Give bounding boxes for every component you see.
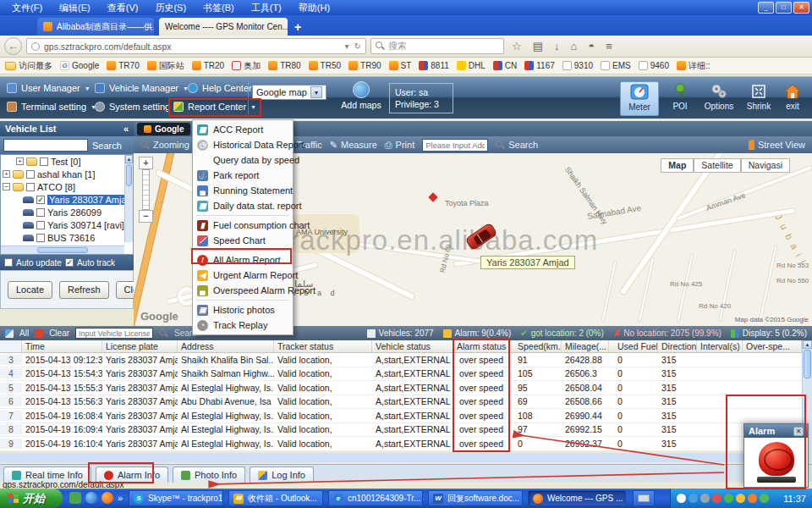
street-view-button[interactable]: Street View (749, 140, 805, 150)
system-setting-menu[interactable]: System setting▼ (95, 102, 180, 112)
table-row[interactable]: 92015-04-19 16:10:42Yaris 283037 AmjadAl… (0, 437, 802, 451)
bookmark-tr70[interactable]: TR70 (107, 61, 139, 70)
col-license-plate[interactable]: License plate (102, 340, 178, 352)
menu-help[interactable]: 帮助(H) (290, 2, 338, 14)
col-speed[interactable]: Speed(km... (509, 340, 562, 352)
table-row[interactable]: 32015-04-13 09:12:39Yaris 283037 AmjadSh… (0, 353, 802, 367)
task-firefox-gps[interactable]: Welcome --- GPS ... (528, 490, 626, 506)
help-center-menu[interactable]: Help Center▼ (188, 83, 262, 93)
locate-button[interactable]: Locate (8, 281, 52, 299)
col-vehicle-status[interactable]: Vehicle status (372, 340, 453, 352)
tray-icon[interactable] (712, 494, 721, 503)
task-word-doc[interactable]: W回复software.doc... (428, 490, 523, 506)
maximize-button[interactable]: □ (776, 2, 792, 14)
menu-item-speed-chart[interactable]: ⟋Speed Chart (193, 233, 293, 248)
exit-button[interactable]: exit (773, 81, 812, 116)
tray-icon[interactable] (689, 494, 698, 503)
checkbox[interactable] (36, 208, 45, 217)
checkbox[interactable] (36, 234, 45, 242)
menu-view[interactable]: 查看(V) (99, 2, 147, 14)
bookmark-tr90[interactable]: TR90 (348, 61, 381, 70)
show-desktop-icon[interactable] (69, 492, 81, 504)
bookmark-st[interactable]: ST (389, 61, 412, 70)
poi-button[interactable]: POI (661, 81, 700, 116)
chat-icon[interactable]: ◓ (584, 40, 598, 52)
bookmark-aojia[interactable]: 奥加 (232, 60, 261, 72)
bookmark-star-icon[interactable]: ☆ (508, 40, 525, 52)
map-type-select[interactable]: Google map▼ (252, 85, 326, 100)
tree-node-test[interactable]: +Test [0] (1, 155, 133, 168)
scroll-thumb[interactable] (804, 350, 811, 378)
scroll-up-icon[interactable]: ▲ (803, 340, 812, 349)
navigasi-view-button[interactable]: Navigasi (741, 158, 790, 173)
bookmark-intl[interactable]: 国际站 (147, 60, 184, 72)
vehicle-search-button[interactable]: Search (92, 141, 122, 151)
tree-vehicle-yaris-283037[interactable]: ✓Yaris 283037 Amjad (1, 193, 133, 206)
search-box[interactable]: 搜索 (370, 38, 504, 54)
options-button[interactable]: Options (700, 81, 738, 116)
taskbar-clock[interactable]: 11:37 (783, 494, 806, 504)
bookmark-tr50[interactable]: TR50 (309, 61, 341, 70)
print-tool[interactable]: ⎙Print (385, 140, 414, 151)
collapse-panel-icon[interactable]: « (123, 124, 129, 134)
table-row[interactable]: 42015-04-13 15:54:38Yaris 283037 AmjadSh… (0, 367, 802, 382)
tray-icon[interactable] (748, 494, 757, 503)
menu-item-park-report[interactable]: ⚓Park report (193, 168, 293, 183)
qq-icon[interactable] (677, 494, 686, 503)
menu-history[interactable]: 历史(S) (146, 2, 195, 14)
menu-item-query-by-speed[interactable]: Query data by speed (193, 152, 293, 168)
collapse-icon[interactable]: − (3, 183, 10, 190)
table-row[interactable]: 82015-04-19 16:09:42Yaris 283037 AmjadAl… (0, 423, 802, 438)
clipboard-icon[interactable]: ▤ (529, 40, 546, 52)
meter-button[interactable]: Meter (620, 81, 659, 116)
zooming-tool[interactable]: Zooming (140, 140, 189, 150)
map-address-input[interactable] (422, 139, 488, 152)
col-address[interactable]: Address (178, 340, 274, 352)
firefox-icon[interactable] (102, 492, 113, 504)
table-row[interactable]: 52015-04-13 15:55:39Yaris 283037 AmjadAl… (0, 381, 802, 395)
menu-item-running-statement[interactable]: ▄Running Statement (193, 183, 293, 198)
menu-item-daily-stat[interactable]: ▦Daily data stat. report (193, 198, 293, 213)
menu-item-acc-report[interactable]: ▦ACC Report (193, 122, 293, 137)
col-overspeed[interactable]: Over-spe... (743, 340, 802, 352)
task-skype[interactable]: SSkype™ - trackpro18 (129, 490, 223, 506)
bookmark-cn[interactable]: CN (493, 61, 517, 70)
bookmark-most-visited[interactable]: 访问最多 (5, 60, 52, 72)
vehicle-search-input[interactable] (3, 139, 88, 152)
menu-item-track-replay[interactable]: ◔Track Replay (193, 318, 293, 333)
url-dropdown-icon[interactable]: ▾ (345, 41, 349, 51)
auto-update-checkbox[interactable] (4, 258, 13, 267)
downloads-icon[interactable]: ↓ (551, 40, 563, 52)
bookmark-1167[interactable]: 1167 (524, 61, 555, 70)
internet-explorer-icon[interactable] (85, 492, 97, 504)
measure-tool[interactable]: ✎Measure (330, 140, 377, 151)
checkbox[interactable] (26, 183, 35, 191)
hamburger-menu-icon[interactable]: ≡ (602, 40, 616, 52)
close-button[interactable]: ✕ (793, 2, 809, 14)
user-manager-menu[interactable]: User Manager▼ (7, 83, 91, 93)
menu-file[interactable]: 文件(F) (3, 2, 51, 14)
start-button[interactable]: 开始 (0, 489, 63, 508)
table-row[interactable]: 72015-04-19 16:08:42Yaris 283037 AmjadAl… (0, 409, 802, 423)
scroll-up-icon[interactable]: ▲ (125, 155, 133, 163)
bookmark-9310[interactable]: 9310 (562, 61, 593, 70)
expand-icon[interactable]: + (3, 170, 10, 178)
minimize-button[interactable]: _ (758, 2, 774, 14)
menu-tools[interactable]: 工具(T) (243, 2, 290, 14)
vehicle-manager-menu[interactable]: Vehicle Manager▼ (95, 83, 189, 93)
menu-bookmarks[interactable]: 书签(B) (195, 2, 243, 14)
expand-icon[interactable]: + (16, 157, 24, 165)
col-mileage[interactable]: Mileage(... (562, 340, 609, 352)
volume-icon[interactable] (736, 494, 745, 503)
tab-photo-info[interactable]: Photo Info (173, 467, 245, 483)
zoom-out-button[interactable]: − (139, 210, 153, 223)
bookmark-ems[interactable]: EMS (601, 61, 631, 70)
tree-node-ashal-khan[interactable]: +ashal khan [1] (1, 168, 133, 180)
col-time[interactable]: Time (22, 340, 102, 352)
tree-vehicle-yaris-309714[interactable]: Yaris 309714 [ravi] (1, 218, 133, 231)
map-view-button[interactable]: Map (661, 158, 694, 173)
bookmark-tr80[interactable]: TR80 (268, 61, 300, 70)
add-maps-button[interactable]: Add maps (337, 81, 386, 110)
tab-log-info[interactable]: Log Info (250, 467, 314, 483)
col-interval[interactable]: Interval(s) (697, 340, 743, 352)
